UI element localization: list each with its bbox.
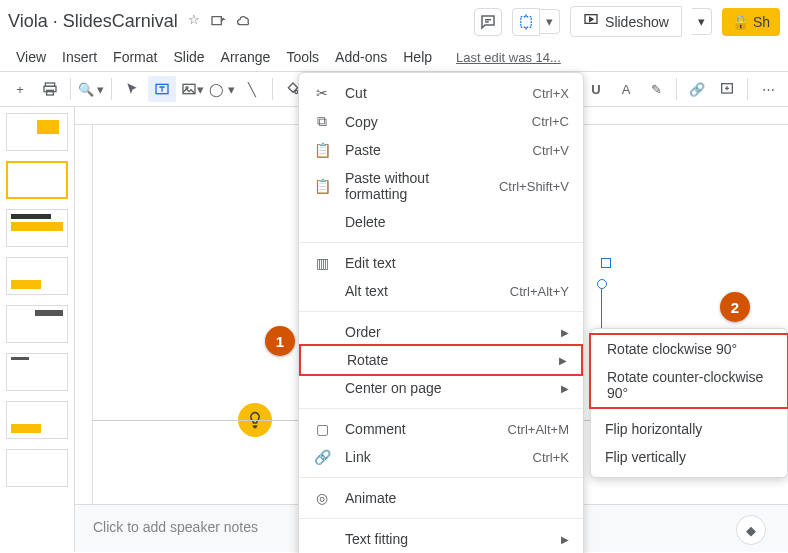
submenu-rotate-ccw[interactable]: Rotate counter-clockwise 90° (591, 363, 787, 407)
thumbnail-5[interactable] (6, 305, 68, 343)
slide-thumbnails (0, 107, 75, 552)
menu-view[interactable]: View (10, 45, 52, 69)
lightbulb-shape[interactable] (238, 403, 272, 437)
menu-alt-text[interactable]: Alt textCtrl+Alt+Y (299, 277, 583, 305)
menu-link[interactable]: 🔗LinkCtrl+K (299, 443, 583, 471)
insert-link-button[interactable]: 🔗 (683, 76, 711, 102)
rotation-handle[interactable] (597, 279, 607, 289)
menu-cut[interactable]: ✂CutCtrl+X (299, 79, 583, 107)
svg-rect-0 (521, 16, 532, 27)
image-tool[interactable]: ▾ (178, 76, 206, 102)
menu-order[interactable]: Order▶ (299, 318, 583, 346)
menu-rotate[interactable]: Rotate▶ (301, 346, 581, 374)
last-edit-link[interactable]: Last edit was 14... (450, 46, 567, 69)
menu-paste[interactable]: 📋PasteCtrl+V (299, 136, 583, 164)
menu-copy[interactable]: ⧉CopyCtrl+C (299, 107, 583, 136)
select-tool[interactable] (118, 76, 146, 102)
line-tool[interactable]: ╲ (238, 76, 266, 102)
play-frame-icon (583, 12, 599, 31)
share-button[interactable]: 🔒 Sh (722, 8, 780, 36)
context-menu: ✂CutCtrl+X ⧉CopyCtrl+C 📋PasteCtrl+V 📋Pas… (298, 72, 584, 553)
menu-delete[interactable]: Delete (299, 208, 583, 236)
slideshow-label: Slideshow (605, 14, 669, 30)
cut-icon: ✂ (313, 85, 331, 101)
rotate-submenu: Rotate clockwise 90° Rotate counter-cloc… (590, 328, 788, 478)
menu-paste-without-formatting[interactable]: 📋Paste without formattingCtrl+Shift+V (299, 164, 583, 208)
link-icon: 🔗 (313, 449, 331, 465)
paste-icon: 📋 (313, 142, 331, 158)
document-title[interactable]: Viola · SlidesCarnival (8, 11, 178, 32)
chevron-right-icon: ▶ (561, 534, 569, 545)
menu-format[interactable]: Format (107, 45, 163, 69)
submenu-flip-horizontal[interactable]: Flip horizontally (591, 415, 787, 443)
thumbnail-2[interactable] (6, 161, 68, 199)
highlight-button[interactable]: ✎ (642, 76, 670, 102)
selection-handle[interactable] (601, 258, 611, 268)
thumbnail-7[interactable] (6, 401, 68, 439)
animate-icon: ◎ (313, 490, 331, 506)
menu-arrange[interactable]: Arrange (215, 45, 277, 69)
menu-comment[interactable]: ▢CommentCtrl+Alt+M (299, 415, 583, 443)
annotation-step-2: 2 (720, 292, 750, 322)
menu-center-on-page[interactable]: Center on page▶ (299, 374, 583, 402)
text-color-button[interactable]: A (612, 76, 640, 102)
menu-insert[interactable]: Insert (56, 45, 103, 69)
comment-history-button[interactable] (474, 8, 502, 36)
annotation-step-1: 1 (265, 326, 295, 356)
menu-addons[interactable]: Add-ons (329, 45, 393, 69)
chevron-right-icon: ▶ (559, 355, 567, 366)
slideshow-button[interactable]: Slideshow (570, 6, 682, 37)
chevron-right-icon: ▶ (561, 327, 569, 338)
menu-edit-text[interactable]: ▥Edit text (299, 249, 583, 277)
thumbnail-4[interactable] (6, 257, 68, 295)
menu-help[interactable]: Help (397, 45, 438, 69)
menu-text-fitting[interactable]: Text fitting▶ (299, 525, 583, 553)
paste-plain-icon: 📋 (313, 178, 331, 194)
vertical-ruler (75, 125, 93, 504)
star-icon[interactable]: ☆ (188, 12, 200, 31)
textbox-tool[interactable] (148, 76, 176, 102)
cloud-status-icon[interactable] (236, 12, 252, 31)
thumbnail-8[interactable] (6, 449, 68, 487)
new-slide-button[interactable]: + (6, 76, 34, 102)
lock-icon: 🔒 (732, 14, 749, 30)
copy-icon: ⧉ (313, 113, 331, 130)
move-icon[interactable] (210, 12, 226, 31)
underline-button[interactable]: U (582, 76, 610, 102)
thumbnail-6[interactable] (6, 353, 68, 391)
shape-tool[interactable]: ◯ ▾ (208, 76, 236, 102)
thumbnail-3[interactable] (6, 209, 68, 247)
print-button[interactable] (36, 76, 64, 102)
menu-animate[interactable]: ◎Animate (299, 484, 583, 512)
add-comment-button[interactable] (713, 76, 741, 102)
submenu-flip-vertical[interactable]: Flip vertically (591, 443, 787, 471)
chevron-down-icon[interactable]: ▾ (540, 9, 560, 34)
menu-slide[interactable]: Slide (167, 45, 210, 69)
comment-icon: ▢ (313, 421, 331, 437)
explore-button[interactable]: ◆ (736, 515, 766, 545)
thumbnail-1[interactable] (6, 113, 68, 151)
edit-text-icon: ▥ (313, 255, 331, 271)
zoom-button[interactable]: 🔍 ▾ (77, 76, 105, 102)
more-button[interactable]: ⋯ (754, 76, 782, 102)
submenu-rotate-cw[interactable]: Rotate clockwise 90° (591, 335, 787, 363)
chevron-right-icon: ▶ (561, 383, 569, 394)
menu-tools[interactable]: Tools (280, 45, 325, 69)
present-dropdown[interactable]: ▾ (512, 8, 560, 36)
slideshow-dropdown[interactable]: ▾ (692, 8, 712, 35)
